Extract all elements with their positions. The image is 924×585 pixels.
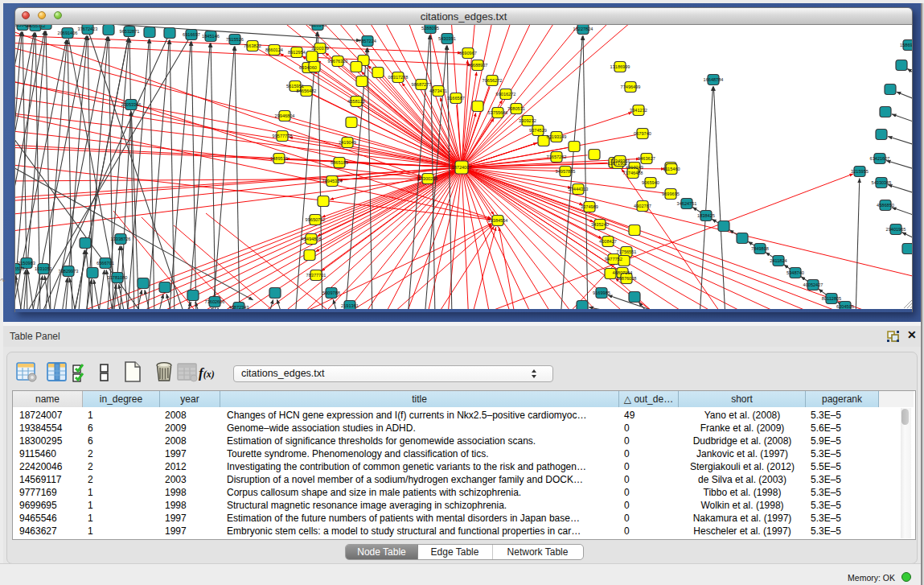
svg-text:3435240: 3435240 [591, 222, 609, 227]
svg-text:3215955: 3215955 [851, 169, 869, 174]
svg-text:1845146: 1845146 [202, 34, 220, 39]
svg-text:37672423: 37672423 [78, 27, 98, 31]
svg-text:9477752: 9477752 [605, 257, 622, 262]
svg-text:18227824: 18227824 [573, 27, 593, 31]
svg-text:46688937: 46688937 [468, 63, 488, 68]
svg-text:20053346: 20053346 [121, 102, 142, 107]
svg-text:71657262: 71657262 [547, 154, 567, 159]
svg-text:6934060: 6934060 [299, 65, 317, 70]
svg-text:14055712: 14055712 [26, 25, 46, 28]
svg-text:54330365: 54330365 [872, 180, 892, 185]
svg-text:9115460: 9115460 [663, 167, 680, 171]
svg-text:4902787: 4902787 [634, 204, 651, 208]
svg-text:77496499: 77496499 [621, 84, 641, 89]
svg-text:18724007: 18724007 [452, 165, 472, 170]
svg-text:57444313: 57444313 [569, 187, 589, 192]
svg-text:5288095: 5288095 [421, 26, 439, 31]
svg-text:45494808: 45494808 [302, 237, 322, 241]
svg-text:1489513: 1489513 [270, 156, 288, 161]
svg-text:3374989: 3374989 [581, 204, 598, 209]
svg-text:7663822: 7663822 [244, 43, 261, 48]
svg-text:29946804: 29946804 [275, 113, 295, 118]
svg-text:3200379: 3200379 [311, 46, 329, 51]
svg-text:0679740: 0679740 [634, 131, 651, 136]
svg-text:71756551: 71756551 [617, 249, 637, 254]
svg-text:99016272: 99016272 [496, 92, 516, 97]
svg-text:4558122: 4558122 [347, 99, 365, 104]
svg-text:99650752: 99650752 [306, 217, 326, 222]
svg-text:53755646: 53755646 [488, 110, 508, 115]
svg-text:8912954: 8912954 [288, 50, 306, 55]
svg-text:4586850: 4586850 [877, 203, 894, 208]
svg-text:99577738: 99577738 [273, 134, 293, 138]
svg-text:6690967: 6690967 [459, 51, 477, 56]
svg-text:4008427: 4008427 [599, 239, 617, 244]
svg-text:71349361: 71349361 [610, 159, 630, 163]
svg-text:93676320: 93676320 [328, 59, 348, 64]
svg-text:3341232: 3341232 [630, 108, 647, 113]
svg-text:84656482: 84656482 [297, 89, 317, 93]
svg-text:5348740: 5348740 [786, 270, 804, 275]
svg-text:5865185: 5865185 [331, 160, 348, 165]
svg-text:19384554: 19384554 [488, 218, 508, 223]
svg-text:6916697: 6916697 [183, 32, 200, 37]
svg-text:3166587: 3166587 [447, 96, 465, 101]
svg-text:5430391: 5430391 [438, 36, 456, 41]
svg-text:5009788: 5009788 [322, 290, 340, 295]
svg-text:9374529: 9374529 [529, 128, 547, 133]
svg-text:71746488: 71746488 [623, 171, 643, 175]
svg-text:9463627: 9463627 [638, 156, 655, 161]
svg-text:7857224: 7857224 [359, 39, 376, 43]
svg-text:38346578: 38346578 [15, 266, 24, 271]
svg-text:29401965: 29401965 [886, 227, 906, 232]
svg-text:46807154: 46807154 [613, 270, 633, 275]
svg-text:46872343: 46872343 [229, 305, 249, 309]
svg-text:2411824: 2411824 [770, 258, 786, 263]
svg-text:18300295: 18300295 [418, 176, 438, 181]
svg-text:80112805: 80112805 [822, 296, 841, 301]
svg-text:8660124: 8660124 [265, 47, 283, 52]
svg-text:78377701: 78377701 [306, 273, 326, 278]
svg-text:7515526: 7515526 [226, 37, 244, 42]
svg-text:73602606: 73602606 [205, 299, 225, 304]
svg-text:6204505: 6204505 [836, 304, 854, 309]
svg-text:6566701: 6566701 [97, 261, 114, 266]
svg-text:40052427: 40052427 [803, 282, 823, 287]
svg-text:16648784: 16648784 [704, 77, 724, 82]
svg-text:2191361: 2191361 [341, 303, 359, 308]
svg-text:73829973: 73829973 [59, 269, 79, 274]
svg-text:9065940: 9065940 [642, 180, 659, 185]
svg-text:70656272: 70656272 [483, 78, 503, 83]
svg-text:08317278: 08317278 [388, 75, 409, 80]
svg-text:4873471: 4873471 [429, 89, 447, 93]
svg-text:4828148: 4828148 [309, 25, 326, 27]
svg-text:34624751: 34624751 [677, 201, 697, 206]
svg-text:4210249: 4210249 [626, 165, 643, 170]
svg-text:2419049: 2419049 [339, 140, 356, 145]
svg-text:13338726: 13338726 [111, 237, 131, 241]
svg-text:9699695: 9699695 [662, 192, 680, 196]
svg-text:31781080: 31781080 [108, 275, 128, 280]
svg-text:20691406: 20691406 [58, 31, 78, 35]
svg-text:1586923: 1586923 [900, 43, 912, 47]
svg-text:76945314: 76945314 [322, 179, 343, 183]
svg-text:7849808: 7849808 [751, 246, 769, 251]
svg-text:63421607: 63421607 [870, 156, 890, 161]
svg-text:9169985: 9169985 [593, 290, 610, 295]
svg-text:3150983: 3150983 [18, 261, 35, 266]
svg-text:3309232: 3309232 [519, 118, 536, 123]
svg-text:96532871: 96532871 [120, 29, 140, 34]
svg-text:98687277: 98687277 [412, 82, 432, 87]
svg-text:13186999: 13186999 [610, 64, 630, 69]
svg-text:63193149: 63193149 [547, 134, 567, 139]
svg-text:1838425: 1838425 [697, 213, 715, 218]
svg-text:7080531: 7080531 [507, 106, 525, 111]
svg-text:1031051: 1031051 [35, 266, 52, 271]
svg-text:80876038: 80876038 [617, 276, 637, 281]
svg-text:34957885: 34957885 [556, 169, 576, 174]
